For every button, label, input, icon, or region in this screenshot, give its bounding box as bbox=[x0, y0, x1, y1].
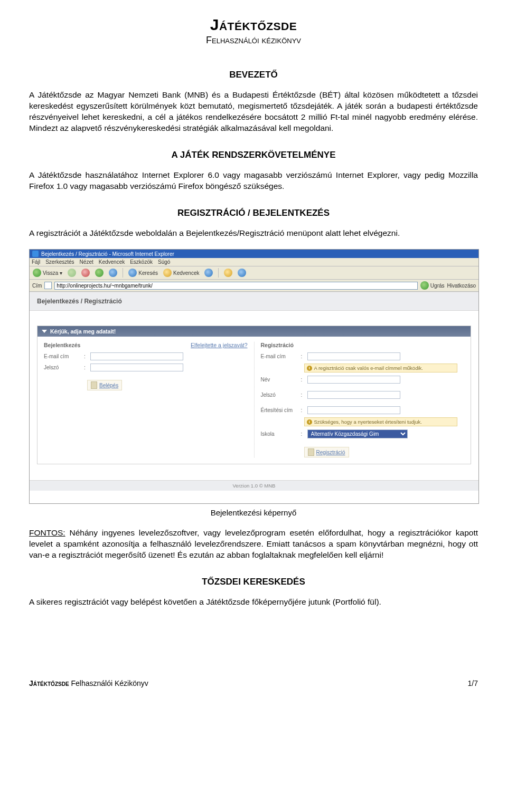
ie-addressbar: Cím Ugrás Hivatkozáso bbox=[30, 280, 478, 292]
favorites-button[interactable]: Kedvencek bbox=[163, 269, 199, 277]
home-icon[interactable] bbox=[109, 269, 117, 277]
ie-toolbar: Vissza ▾ Keresés Kedvencek bbox=[30, 266, 478, 280]
refresh-icon[interactable] bbox=[95, 269, 104, 277]
login-button-label: Belépés bbox=[99, 383, 118, 388]
go-label: Ugrás bbox=[430, 283, 445, 289]
footer-page: 1/7 bbox=[468, 679, 478, 687]
back-icon bbox=[33, 269, 41, 277]
mail-icon[interactable] bbox=[224, 269, 232, 277]
favorites-icon bbox=[163, 269, 172, 277]
stop-icon[interactable] bbox=[81, 269, 90, 277]
reg-notify-info-text: Szükséges, hogy a nyerteseket értesíteni… bbox=[314, 419, 422, 425]
print-icon[interactable] bbox=[238, 269, 246, 277]
doc-subtitle: Felhasználói kézikönyv bbox=[29, 35, 478, 46]
ie-content: Bejelentkezés / Regisztráció Kérjük, adj… bbox=[30, 292, 478, 503]
ie-window-title: Bejelentkezés / Regisztráció - Microsoft… bbox=[41, 251, 174, 257]
doc-title: Játéktőzsde bbox=[29, 16, 478, 34]
footer-sub: Felhasználói Kézikönyv bbox=[69, 679, 148, 687]
section-req-heading: A JÁTÉK RENDSZERKÖVETELMÉNYE bbox=[29, 150, 478, 160]
menu-edit[interactable]: Szerkesztés bbox=[45, 259, 74, 265]
ie-titlebar: Bejelentkezés / Regisztráció - Microsoft… bbox=[30, 250, 478, 258]
page-header: Bejelentkezés / Regisztráció bbox=[30, 292, 478, 311]
login-password-input[interactable] bbox=[90, 364, 183, 371]
form-panel-title-text: Kérjük, adja meg adatait! bbox=[50, 328, 116, 335]
info-icon: i bbox=[307, 419, 312, 425]
address-input[interactable] bbox=[54, 282, 418, 290]
reg-email-info-text: A regisztráció csak valós e-mail címmel … bbox=[314, 365, 423, 371]
page-footer: Játéktőzsde Felhasználói Kézikönyv 1/7 bbox=[0, 679, 507, 701]
version-footer: Verzion 1.0 © MNB bbox=[30, 480, 478, 491]
menu-help[interactable]: Súgó bbox=[158, 259, 170, 265]
form-panel-title: Kérjük, adja meg adatait! bbox=[37, 326, 471, 337]
login-button[interactable]: Belépés bbox=[87, 380, 122, 390]
section-trade-heading: TŐZSDEI KERESKEDÉS bbox=[29, 577, 478, 587]
login-email-input[interactable] bbox=[90, 352, 183, 360]
reg-email-input[interactable] bbox=[307, 352, 400, 360]
section-intro-heading: BEVEZETŐ bbox=[29, 70, 478, 80]
register-button-label: Regisztráció bbox=[316, 450, 345, 455]
links-label[interactable]: Hivatkozáso bbox=[447, 283, 476, 289]
reg-name-label: Név bbox=[261, 377, 298, 383]
search-button[interactable]: Keresés bbox=[128, 269, 158, 277]
go-icon bbox=[420, 281, 429, 290]
login-password-label: Jelszó bbox=[44, 365, 81, 370]
back-button[interactable]: Vissza ▾ bbox=[33, 269, 62, 277]
register-doc-icon bbox=[308, 448, 314, 456]
history-icon[interactable] bbox=[204, 269, 213, 277]
section-reg-heading: REGISZTRÁCIÓ / BEJELENTKEZÉS bbox=[29, 208, 478, 218]
back-label: Vissza bbox=[43, 270, 58, 276]
ie-logo-icon bbox=[32, 251, 39, 257]
section-reg-body: A regisztrációt a Játéktőzsde weboldalán… bbox=[29, 228, 478, 239]
reg-email-info: i A regisztráció csak valós e-mail címme… bbox=[304, 364, 457, 372]
menu-favorites[interactable]: Kedvencek bbox=[99, 259, 125, 265]
search-icon bbox=[128, 269, 137, 277]
form-panel: Kérjük, adja meg adatait! Bejelentkezés … bbox=[37, 326, 471, 464]
chevron-down-icon bbox=[42, 330, 47, 333]
section-req-body: A Játéktőzsde használatához Internet Exp… bbox=[29, 170, 478, 192]
reg-name-input[interactable] bbox=[307, 376, 400, 384]
footer-title: Játéktőzsde bbox=[29, 679, 69, 687]
reg-school-label: Iskola bbox=[261, 431, 298, 437]
address-label: Cím bbox=[32, 283, 42, 289]
search-label: Keresés bbox=[138, 270, 158, 276]
menu-view[interactable]: Nézet bbox=[80, 259, 93, 265]
reg-email-label: E-mail cím bbox=[261, 354, 298, 359]
forgot-password-link[interactable]: Elfelejtette a jelszavát? bbox=[191, 342, 247, 348]
section-intro-body: A Játéktőzsde az Magyar Nemzeti Bank (MN… bbox=[29, 90, 478, 134]
fontos-body: Néhány ingyenes levelezőszoftver, vagy l… bbox=[29, 528, 478, 559]
section-trade-body: A sikeres regisztrációt vagy belépést kö… bbox=[29, 597, 478, 608]
reg-school-select[interactable]: Alternatív Közgazdasági Gim bbox=[307, 429, 408, 438]
login-title: Bejelentkezés bbox=[44, 342, 80, 348]
forward-icon[interactable] bbox=[68, 269, 76, 277]
ie-screenshot: Bejelentkezés / Regisztráció - Microsoft… bbox=[29, 249, 479, 504]
menu-tools[interactable]: Eszközök bbox=[130, 259, 153, 265]
fontos-label: FONTOS: bbox=[29, 528, 65, 537]
address-icon bbox=[44, 282, 52, 289]
register-column: Regisztráció E-mail cím : i A regisztrác… bbox=[255, 342, 465, 457]
reg-notify-info: i Szükséges, hogy a nyerteseket értesíte… bbox=[304, 417, 457, 426]
login-doc-icon bbox=[91, 381, 97, 389]
fontos-paragraph: FONTOS: Néhány ingyenes levelezőszoftver… bbox=[29, 528, 478, 561]
login-column: Bejelentkezés Elfelejtette a jelszavát? … bbox=[44, 342, 255, 457]
info-icon: i bbox=[307, 366, 312, 371]
menu-file[interactable]: Fájl bbox=[32, 259, 40, 265]
reg-password-label: Jelszó bbox=[261, 392, 298, 398]
footer-left: Játéktőzsde Felhasználói Kézikönyv bbox=[29, 679, 148, 687]
ie-menubar: Fájl Szerkesztés Nézet Kedvencek Eszközö… bbox=[30, 258, 478, 266]
register-button[interactable]: Regisztráció bbox=[304, 447, 349, 457]
go-button[interactable]: Ugrás bbox=[420, 281, 445, 290]
login-email-label: E-mail cím bbox=[44, 354, 81, 359]
reg-notify-label: Értesítési cím bbox=[261, 407, 298, 413]
reg-password-input[interactable] bbox=[307, 391, 400, 399]
screenshot-caption: Bejelentkezési képernyő bbox=[29, 508, 478, 517]
register-title: Regisztráció bbox=[261, 342, 294, 348]
reg-notify-input[interactable] bbox=[307, 406, 400, 414]
favorites-label: Kedvencek bbox=[173, 270, 199, 276]
